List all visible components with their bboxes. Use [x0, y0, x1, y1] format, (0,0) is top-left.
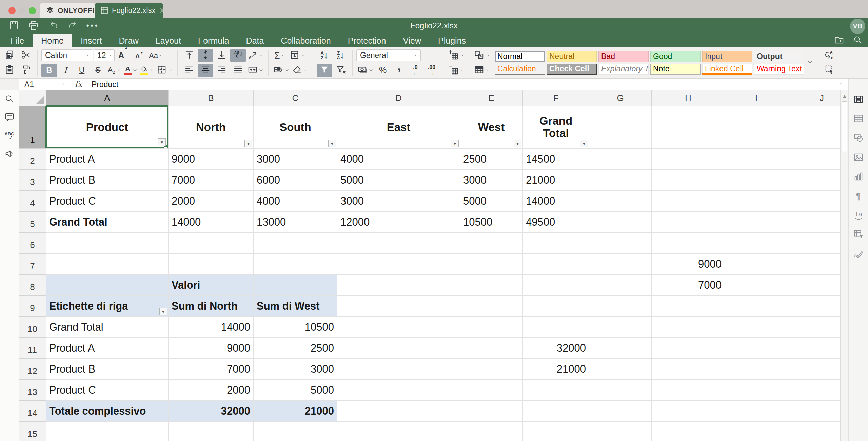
- cell-H7[interactable]: 9000: [652, 254, 725, 275]
- fill-button[interactable]: [289, 49, 307, 62]
- autofilter-button-C1[interactable]: ▾: [328, 140, 336, 147]
- cell-I14[interactable]: [725, 401, 788, 422]
- clear-filter-button[interactable]: [333, 64, 349, 77]
- comments-panel-button[interactable]: [2, 111, 17, 124]
- row-header-15[interactable]: 15: [19, 422, 46, 441]
- cell-C1[interactable]: South▾: [254, 106, 337, 149]
- cell-H14[interactable]: [652, 401, 725, 422]
- cell-F12[interactable]: 21000: [523, 359, 589, 380]
- cell-C13[interactable]: 5000: [254, 380, 337, 401]
- scrollbar-thumb[interactable]: [842, 101, 847, 152]
- cell-J2[interactable]: [788, 149, 840, 170]
- cut-button[interactable]: [18, 49, 34, 62]
- cell-J5[interactable]: [788, 212, 840, 233]
- cell-H12[interactable]: [652, 359, 725, 380]
- named-ranges-button[interactable]: [272, 64, 290, 77]
- cell-D14[interactable]: [337, 401, 460, 422]
- sort-ascending-button[interactable]: AZ↓: [317, 49, 332, 62]
- cell-D4[interactable]: 3000: [337, 191, 460, 212]
- cell-A9[interactable]: Etichette di riga▾: [46, 296, 169, 317]
- cell-G15[interactable]: [589, 422, 652, 441]
- cell-G13[interactable]: [589, 380, 652, 401]
- filter-button[interactable]: [317, 64, 332, 77]
- cell-C6[interactable]: [254, 233, 337, 254]
- cell-J8[interactable]: [788, 275, 840, 296]
- menu-tab-file[interactable]: File: [2, 34, 33, 47]
- cell-B12[interactable]: 7000: [169, 359, 254, 380]
- image-settings-button[interactable]: [851, 152, 866, 163]
- cell-F10[interactable]: [523, 317, 589, 338]
- cell-F8[interactable]: [523, 275, 589, 296]
- cell-style-good[interactable]: Good: [650, 51, 701, 62]
- conditional-formatting-button[interactable]: [473, 49, 491, 62]
- cell-I12[interactable]: [725, 359, 788, 380]
- user-avatar[interactable]: VB: [850, 19, 865, 34]
- cell-style-calculation[interactable]: Calculation: [495, 64, 545, 75]
- cell-C3[interactable]: 6000: [254, 170, 337, 191]
- cell-style-normal[interactable]: Normal: [495, 51, 545, 62]
- row-header-13[interactable]: 13: [19, 380, 46, 401]
- cell-H11[interactable]: [652, 338, 725, 359]
- cell-A3[interactable]: Product B: [46, 170, 169, 191]
- align-bottom-button[interactable]: [214, 49, 230, 62]
- select-all-button[interactable]: [822, 64, 837, 77]
- cell-F1[interactable]: Grand Total▾: [523, 106, 589, 149]
- menu-tab-data[interactable]: Data: [238, 34, 273, 47]
- replace-button[interactable]: AB: [822, 49, 837, 62]
- fill-color-button[interactable]: [139, 64, 155, 77]
- cell-C15[interactable]: [254, 422, 337, 441]
- search-icon[interactable]: [853, 35, 863, 46]
- cell-G8[interactable]: [589, 275, 652, 296]
- search-panel-button[interactable]: [2, 92, 17, 106]
- cell-H13[interactable]: [652, 380, 725, 401]
- cell-J9[interactable]: [788, 296, 840, 317]
- cell-H4[interactable]: [652, 191, 725, 212]
- tab-document[interactable]: Foglio22.xlsx: [95, 3, 163, 18]
- cell-D7[interactable]: [337, 254, 460, 275]
- cell-E14[interactable]: [460, 401, 523, 422]
- tab-onlyoffice[interactable]: ONLYOFFICE: [40, 3, 95, 18]
- italic-button[interactable]: I: [58, 64, 73, 77]
- cell-B2[interactable]: 9000: [169, 149, 254, 170]
- cell-H2[interactable]: [652, 149, 725, 170]
- cell-B7[interactable]: [169, 254, 254, 275]
- row-header-3[interactable]: 3: [19, 170, 46, 191]
- cell-G9[interactable]: [589, 296, 652, 317]
- column-header-E[interactable]: E: [460, 90, 523, 106]
- cell-J12[interactable]: [788, 359, 840, 380]
- undo-button[interactable]: [43, 18, 63, 33]
- insert-function-button[interactable]: fx: [70, 79, 87, 90]
- cell-style-warning-text[interactable]: Warning Text: [754, 64, 804, 75]
- cell-I9[interactable]: [725, 296, 788, 317]
- increase-decimal-button[interactable]: .00→: [424, 64, 439, 77]
- cell-D2[interactable]: 4000: [337, 149, 460, 170]
- close-tab-icon[interactable]: [159, 7, 165, 14]
- cell-A14[interactable]: Totale complessivo: [46, 401, 169, 422]
- row-header-9[interactable]: 9: [19, 296, 46, 317]
- cell-H6[interactable]: [652, 233, 725, 254]
- row-header-14[interactable]: 14: [19, 401, 46, 422]
- cell-F3[interactable]: 21000: [523, 170, 589, 191]
- cell-G10[interactable]: [589, 317, 652, 338]
- cell-I6[interactable]: [725, 233, 788, 254]
- cell-H8[interactable]: 7000: [652, 275, 725, 296]
- cell-B6[interactable]: [169, 233, 254, 254]
- cell-G5[interactable]: [589, 212, 652, 233]
- scroll-up-arrow-icon[interactable]: ▲: [841, 92, 849, 100]
- cell-B14[interactable]: 32000: [169, 401, 254, 422]
- row-header-10[interactable]: 10: [19, 317, 46, 338]
- cell-A4[interactable]: Product C: [46, 191, 169, 212]
- cell-D8[interactable]: [337, 275, 460, 296]
- menu-tab-home[interactable]: Home: [33, 34, 72, 47]
- cell-I7[interactable]: [725, 254, 788, 275]
- subscript-button[interactable]: A2: [106, 64, 122, 77]
- cell-B4[interactable]: 2000: [169, 191, 254, 212]
- row-header-4[interactable]: 4: [19, 191, 46, 212]
- cell-E2[interactable]: 2500: [460, 149, 523, 170]
- menu-tab-formula[interactable]: Formula: [190, 34, 238, 47]
- cell-style-note[interactable]: Note: [650, 64, 701, 75]
- row-header-6[interactable]: 6: [19, 233, 46, 254]
- cell-C8[interactable]: [254, 275, 337, 296]
- cell-C5[interactable]: 13000: [254, 212, 337, 233]
- cell-G14[interactable]: [589, 401, 652, 422]
